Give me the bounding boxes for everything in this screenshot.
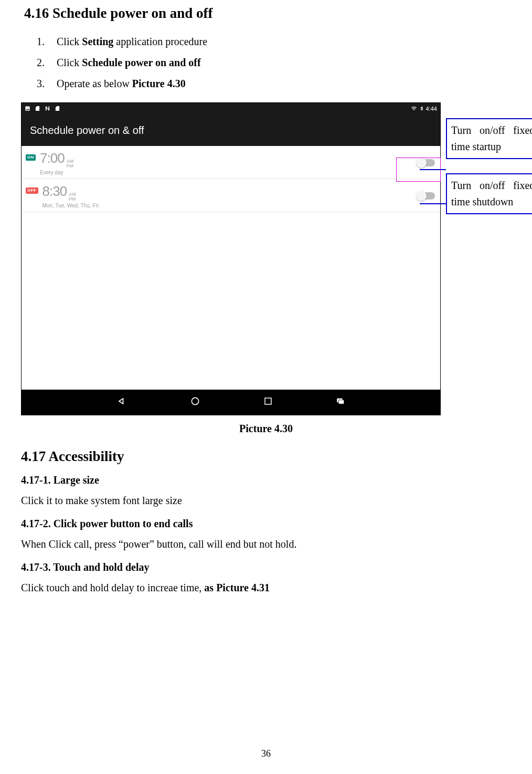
step-item: Operate as below Picture 4.30 bbox=[47, 73, 511, 94]
wifi-icon bbox=[410, 106, 418, 112]
status-left bbox=[25, 106, 60, 112]
para-text: Click it to make system font large size bbox=[21, 495, 182, 506]
off-badge: OFF bbox=[26, 187, 38, 194]
navigation-bar bbox=[22, 390, 440, 415]
step-text-post: application procedure bbox=[113, 36, 207, 47]
image-icon bbox=[25, 106, 30, 112]
steps-list: Click Setting application procedure Clic… bbox=[47, 31, 511, 94]
step-text-pre: Click bbox=[57, 36, 82, 47]
back-icon[interactable] bbox=[116, 396, 127, 409]
callout-startup: Turn on/off fixed-time startup bbox=[446, 118, 532, 159]
step-text-pre: Operate as below bbox=[57, 78, 132, 89]
sd-icon bbox=[35, 106, 40, 112]
battery-icon bbox=[420, 105, 424, 113]
status-right: 4:44 bbox=[410, 105, 437, 113]
paragraph: Click it to make system font large size bbox=[21, 491, 511, 509]
days-label: Mon, Tue, Wed, Thu, Fri bbox=[42, 203, 99, 208]
toggle-switch-on-schedule[interactable] bbox=[417, 159, 435, 166]
callout-shutdown: Turn on/off fixed-time shutdown bbox=[446, 173, 532, 214]
device-empty-area bbox=[22, 212, 440, 390]
connector-line bbox=[420, 169, 446, 170]
para-text: Click touch and hold delay to increae ti… bbox=[21, 582, 204, 593]
toggle-switch-off-schedule[interactable] bbox=[417, 192, 435, 200]
screenshot-icon[interactable] bbox=[336, 396, 345, 408]
recents-icon[interactable] bbox=[263, 396, 273, 408]
svg-point-0 bbox=[191, 398, 198, 404]
para-text: When Click call, press “power” button, c… bbox=[21, 538, 296, 550]
home-icon[interactable] bbox=[190, 396, 200, 409]
schedule-row-off[interactable]: OFF 8:30 AM PM Mon, Tue, Wed, Thu, Fri bbox=[22, 179, 440, 212]
time-line: 8:30 AM PM bbox=[42, 183, 99, 202]
svg-rect-1 bbox=[265, 398, 271, 404]
ampm-stack: AM PM bbox=[67, 159, 74, 169]
subsection-heading: 4.17-3. Touch and hold delay bbox=[21, 561, 511, 573]
status-time: 4:44 bbox=[426, 106, 437, 112]
svg-rect-3 bbox=[338, 400, 344, 404]
app-bar-title: Schedule power on & off bbox=[30, 124, 144, 137]
subsection-heading: 4.17-2. Click power button to end calls bbox=[21, 518, 511, 530]
step-text-bold: Picture 4.30 bbox=[132, 78, 186, 89]
step-text-pre: Click bbox=[57, 57, 82, 68]
status-bar: 4:44 bbox=[22, 103, 440, 114]
paragraph: Click touch and hold delay to increae ti… bbox=[21, 579, 511, 597]
schedule-row-on[interactable]: ON 7:00 AM PM Every day bbox=[22, 146, 440, 179]
time-line: 7:00 AM PM bbox=[40, 150, 74, 169]
time-value: 8:30 bbox=[42, 183, 67, 200]
pm-label: PM bbox=[67, 164, 74, 169]
paragraph: When Click call, press “power” button, c… bbox=[21, 535, 511, 553]
n-icon bbox=[45, 106, 50, 112]
para-bold: as Picture 4.31 bbox=[204, 582, 270, 593]
ampm-stack: AM PM bbox=[69, 192, 76, 202]
step-item: Click Schedule power on and off bbox=[47, 52, 511, 73]
step-item: Click Setting application procedure bbox=[47, 31, 511, 52]
connector-line bbox=[420, 203, 446, 204]
on-badge: ON bbox=[26, 154, 36, 161]
sd-icon-2 bbox=[55, 106, 60, 112]
page-number: 36 bbox=[261, 748, 271, 759]
step-text-bold: Schedule power on and off bbox=[82, 57, 200, 68]
subsection-heading: 4.17-1. Large size bbox=[21, 474, 511, 486]
section-heading-4-17: 4.17 Accessibility bbox=[21, 448, 511, 465]
device-screenshot: 4:44 Schedule power on & off ON 7:00 AM … bbox=[21, 102, 441, 415]
figure-caption: Picture 4.30 bbox=[21, 423, 511, 435]
section-heading-4-16: 4.16 Schedule power on and off bbox=[24, 5, 511, 22]
step-text-bold: Setting bbox=[82, 36, 113, 47]
time-value: 7:00 bbox=[40, 150, 65, 166]
figure-wrapper: 4:44 Schedule power on & off ON 7:00 AM … bbox=[21, 102, 511, 415]
pm-label: PM bbox=[69, 197, 76, 202]
days-label: Every day bbox=[40, 170, 74, 175]
app-bar: Schedule power on & off bbox=[22, 114, 440, 146]
time-block: 8:30 AM PM Mon, Tue, Wed, Thu, Fri bbox=[42, 183, 99, 208]
time-block: 7:00 AM PM Every day bbox=[40, 150, 74, 175]
